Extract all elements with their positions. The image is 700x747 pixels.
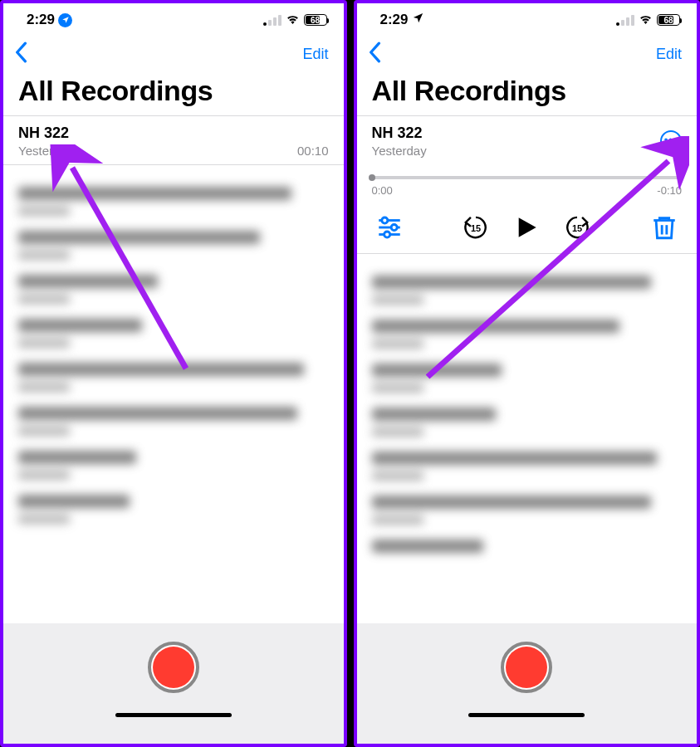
recording-item[interactable]: NH 322 Yesterday 00:10 xyxy=(3,116,344,164)
battery-icon: 68 xyxy=(304,14,327,26)
scrubber-thumb[interactable] xyxy=(369,174,375,181)
rewind-15-button[interactable]: 15 xyxy=(462,213,490,242)
recording-date: Yesterday xyxy=(18,144,73,158)
back-button[interactable] xyxy=(13,42,28,66)
back-button[interactable] xyxy=(367,42,382,66)
svg-text:15: 15 xyxy=(572,223,582,233)
recording-date: Yesterday xyxy=(372,144,427,158)
recording-title: NH 322 xyxy=(18,124,329,142)
nav-bar: Edit xyxy=(357,32,698,71)
play-button[interactable] xyxy=(515,215,538,240)
page-title: All Recordings xyxy=(3,71,344,115)
cellular-icon xyxy=(263,15,281,26)
time-remaining: -0:10 xyxy=(657,184,682,197)
status-bar: 2:29 68 xyxy=(3,3,344,32)
svg-point-4 xyxy=(391,224,397,230)
record-button[interactable] xyxy=(148,642,199,693)
forward-15-button[interactable]: 15 xyxy=(563,213,591,242)
blurred-list xyxy=(357,254,698,623)
battery-icon: 68 xyxy=(657,14,680,26)
record-button[interactable] xyxy=(501,642,552,693)
bottom-bar xyxy=(3,623,344,744)
cellular-icon xyxy=(616,15,634,26)
wifi-icon xyxy=(639,12,653,28)
wifi-icon xyxy=(286,12,300,28)
svg-marker-8 xyxy=(519,217,536,237)
phone-left: 2:29 68 Edit All Recordings NH 322 Yeste… xyxy=(0,0,347,747)
location-icon xyxy=(412,12,424,28)
svg-point-6 xyxy=(384,232,389,237)
phone-right: 2:29 68 Edit All Recordings NH 322 Yeste… xyxy=(354,0,701,747)
record-icon xyxy=(506,647,547,688)
playback-scrubber[interactable]: 0:00 -0:10 xyxy=(357,164,698,200)
svg-point-2 xyxy=(381,217,387,223)
recording-title: NH 322 xyxy=(372,124,427,142)
home-indicator[interactable] xyxy=(115,713,232,717)
time-current: 0:00 xyxy=(372,184,393,197)
scrubber-track[interactable] xyxy=(372,176,683,179)
clock: 2:29 xyxy=(380,12,409,28)
status-bar: 2:29 68 xyxy=(357,3,698,32)
svg-text:15: 15 xyxy=(471,223,481,233)
record-icon xyxy=(153,647,194,688)
location-icon xyxy=(58,13,72,27)
recording-item-expanded: NH 322 Yesterday ••• xyxy=(357,116,698,164)
edit-button[interactable]: Edit xyxy=(656,46,682,63)
nav-bar: Edit xyxy=(3,32,344,71)
bottom-bar xyxy=(357,623,698,744)
recording-duration: 00:10 xyxy=(297,144,329,158)
blurred-list xyxy=(3,165,344,623)
playback-controls: 15 15 xyxy=(357,200,698,253)
home-indicator[interactable] xyxy=(468,713,585,717)
page-title: All Recordings xyxy=(357,71,698,115)
delete-button[interactable] xyxy=(650,213,678,242)
clock: 2:29 xyxy=(27,12,55,28)
more-options-button[interactable]: ••• xyxy=(660,130,682,152)
settings-sliders-button[interactable] xyxy=(375,213,404,242)
edit-button[interactable]: Edit xyxy=(302,46,328,63)
